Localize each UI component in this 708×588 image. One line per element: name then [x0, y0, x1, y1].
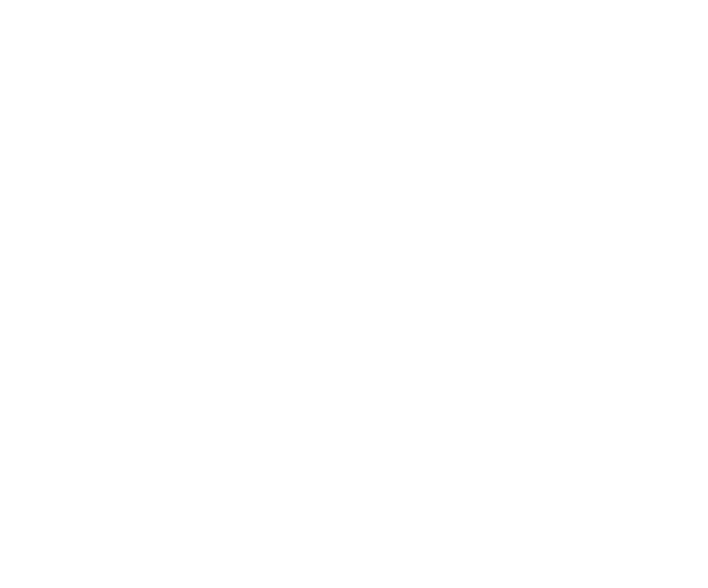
connector-lines	[0, 0, 708, 588]
diagram-container	[0, 0, 708, 588]
